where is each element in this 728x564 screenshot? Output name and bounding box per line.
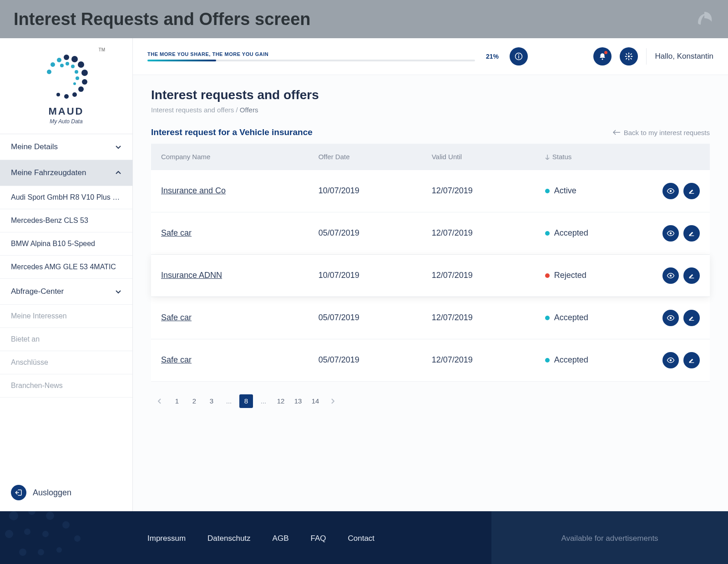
nav-group-label: Meine Details [11, 142, 58, 151]
svg-point-35 [42, 531, 49, 537]
pagination-page[interactable]: 13 [291, 394, 305, 408]
svg-point-33 [5, 530, 13, 538]
edit-action-button[interactable] [683, 267, 700, 284]
brand-logo-icon [39, 52, 94, 102]
pagination-prev[interactable] [153, 394, 167, 408]
view-action-button[interactable] [662, 352, 679, 368]
col-company[interactable]: Company Name [151, 144, 308, 170]
svg-point-22 [628, 55, 630, 58]
edit-action-button[interactable] [683, 310, 700, 326]
nav-sub-item[interactable]: Branchen-News [0, 374, 132, 398]
nav-sub-item[interactable]: Meine Interessen [0, 305, 132, 328]
nav-group[interactable]: Abfrage-Center [0, 279, 132, 305]
svg-point-29 [28, 511, 35, 515]
sidebar-nav: Meine Details Meine Fahrzeugdaten Audi S… [0, 134, 132, 398]
table-row: Safe car 05/07/2019 12/07/2019 Accepted [151, 212, 710, 254]
col-offer-date[interactable]: Offer Date [308, 144, 422, 170]
nav-sub-item[interactable]: Bietet an [0, 328, 132, 351]
svg-point-14 [71, 65, 75, 68]
progress-label: THE MORE YOU SHARE, THE MORE YOU GAIN [147, 51, 475, 57]
breadcrumb-root[interactable]: Interest requests and offers [151, 106, 234, 114]
view-action-button[interactable] [662, 183, 679, 199]
svg-point-5 [78, 86, 84, 92]
company-link[interactable]: Safe car [161, 313, 192, 322]
svg-point-9 [57, 58, 61, 62]
trademark-label: TM [99, 47, 105, 52]
back-link-label: Back to my interest requests [624, 129, 710, 136]
nav-sub-item[interactable]: Anschlüsse [0, 351, 132, 374]
view-action-button[interactable] [662, 225, 679, 242]
edit-action-button[interactable] [683, 183, 700, 199]
table-row: Insurance and Co 10/07/2019 12/07/2019 A… [151, 170, 710, 212]
nav-sub-item[interactable]: Audi Sport GmbH R8 V10 Plus Sp... [0, 186, 132, 209]
svg-point-23 [670, 190, 672, 192]
pagination-page[interactable]: 2 [187, 394, 201, 408]
status-cell: Accepted [545, 355, 642, 365]
notifications-button[interactable] [593, 47, 612, 65]
banner-title: Interest Requests and Offers screen [14, 10, 311, 29]
footer-link[interactable]: Datenschutz [207, 534, 251, 543]
info-icon-button[interactable] [510, 47, 528, 65]
pagination-page[interactable]: 12 [274, 394, 288, 408]
edit-action-button[interactable] [683, 352, 700, 368]
svg-point-0 [64, 55, 69, 60]
chevron-down-icon [115, 288, 121, 295]
nav-sub-item[interactable]: Mercedes-Benz CLS 53 [0, 209, 132, 232]
back-link[interactable]: Back to my interest requests [613, 129, 710, 136]
svg-point-21 [602, 59, 603, 60]
pagination-page[interactable]: 8 [239, 394, 253, 408]
nav-group-label: Meine Fahrzeugdaten [11, 168, 86, 177]
valid-until-cell: 12/07/2019 [422, 170, 535, 212]
footer-link[interactable]: Impressum [147, 534, 186, 543]
svg-point-34 [24, 529, 30, 535]
progress-block: THE MORE YOU SHARE, THE MORE YOU GAIN [147, 51, 475, 61]
edit-action-button[interactable] [683, 225, 700, 242]
col-valid-until[interactable]: Valid Until [422, 144, 535, 170]
svg-point-38 [56, 547, 62, 553]
footer-link[interactable]: Contact [348, 534, 375, 543]
status-cell: Accepted [545, 313, 642, 322]
svg-point-4 [82, 79, 87, 85]
svg-point-37 [38, 549, 44, 555]
company-link[interactable]: Insurance ADNN [161, 271, 222, 280]
nav-sub-item[interactable]: Mercedes AMG GLE 53 4MATIC [0, 256, 132, 279]
settings-button[interactable] [620, 47, 638, 65]
pagination-page[interactable]: 3 [205, 394, 218, 408]
pagination-ellipsis: ... [257, 394, 270, 408]
company-link[interactable]: Safe car [161, 228, 192, 237]
status-dot-icon [545, 358, 550, 363]
progress-bar [147, 60, 475, 61]
logout-button[interactable]: Ausloggen [0, 474, 132, 511]
pagination-page[interactable]: 14 [308, 394, 322, 408]
svg-point-10 [51, 62, 55, 67]
nav-group[interactable]: Meine Fahrzeugdaten [0, 160, 132, 186]
pagination-page[interactable]: 1 [170, 394, 184, 408]
footer-link[interactable]: AGB [273, 534, 289, 543]
topbar-actions: Hallo, Konstantin [593, 47, 713, 65]
brand-block: TM MAUD My Auto Data [0, 38, 132, 134]
table-row: Insurance ADNN 10/07/2019 12/07/2019 Rej… [151, 254, 710, 297]
topbar: THE MORE YOU SHARE, THE MORE YOU GAIN 21… [133, 38, 728, 75]
footer-decoration-icon [0, 511, 132, 561]
view-action-button[interactable] [662, 310, 679, 326]
nav-sub-item[interactable]: BMW Alpina B10 5-Speed [0, 232, 132, 256]
company-link[interactable]: Safe car [161, 355, 192, 364]
svg-point-3 [81, 70, 88, 76]
pagination-next[interactable] [326, 394, 339, 408]
nav-group[interactable]: Meine Details [0, 134, 132, 160]
status-dot-icon [545, 316, 550, 320]
svg-point-32 [74, 535, 81, 542]
sidebar: TM MAUD My Auto Data Mein [0, 38, 133, 511]
status-label: Accepted [554, 355, 588, 365]
svg-point-25 [670, 274, 672, 277]
svg-point-6 [72, 92, 77, 97]
svg-point-31 [62, 521, 70, 529]
svg-point-1 [71, 56, 78, 62]
footer-link[interactable]: FAQ [310, 534, 326, 543]
footer-links: ImpressumDatenschutzAGBFAQContact [0, 511, 491, 564]
page-banner: Interest Requests and Offers screen [0, 0, 728, 38]
view-action-button[interactable] [662, 267, 679, 284]
col-status[interactable]: Status [535, 144, 652, 170]
company-link[interactable]: Insurance and Co [161, 186, 226, 195]
svg-point-27 [670, 359, 672, 361]
